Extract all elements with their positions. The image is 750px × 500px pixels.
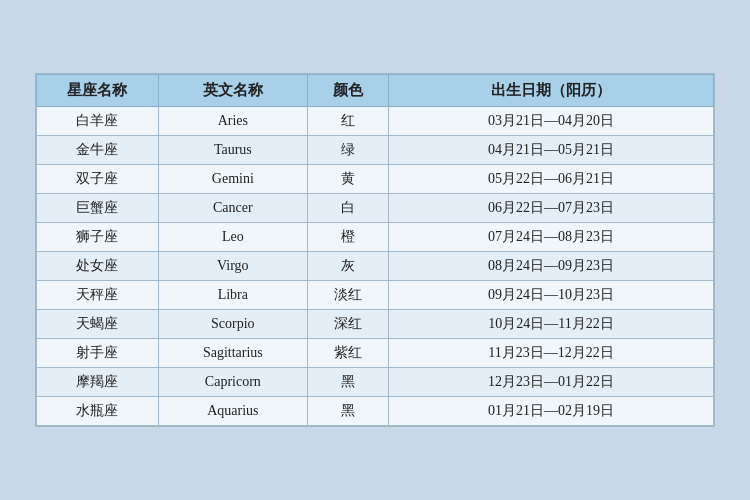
table-row: 天秤座Libra淡红09月24日—10月23日 (37, 281, 714, 310)
cell-color: 紫红 (307, 339, 388, 368)
cell-chinese: 狮子座 (37, 223, 159, 252)
cell-chinese: 白羊座 (37, 107, 159, 136)
cell-english: Aries (158, 107, 307, 136)
table-row: 金牛座Taurus绿04月21日—05月21日 (37, 136, 714, 165)
table-row: 射手座Sagittarius紫红11月23日—12月22日 (37, 339, 714, 368)
cell-date: 07月24日—08月23日 (389, 223, 714, 252)
cell-english: Libra (158, 281, 307, 310)
cell-color: 黑 (307, 397, 388, 426)
cell-color: 红 (307, 107, 388, 136)
table-row: 白羊座Aries红03月21日—04月20日 (37, 107, 714, 136)
cell-chinese: 处女座 (37, 252, 159, 281)
cell-chinese: 金牛座 (37, 136, 159, 165)
cell-english: Cancer (158, 194, 307, 223)
cell-date: 01月21日—02月19日 (389, 397, 714, 426)
cell-chinese: 水瓶座 (37, 397, 159, 426)
cell-chinese: 射手座 (37, 339, 159, 368)
cell-color: 灰 (307, 252, 388, 281)
cell-date: 09月24日—10月23日 (389, 281, 714, 310)
table-row: 天蝎座Scorpio深红10月24日—11月22日 (37, 310, 714, 339)
cell-english: Leo (158, 223, 307, 252)
cell-english: Capricorn (158, 368, 307, 397)
cell-chinese: 双子座 (37, 165, 159, 194)
cell-color: 黑 (307, 368, 388, 397)
cell-color: 白 (307, 194, 388, 223)
cell-date: 05月22日—06月21日 (389, 165, 714, 194)
cell-chinese: 天蝎座 (37, 310, 159, 339)
header-color: 颜色 (307, 75, 388, 107)
table-row: 处女座Virgo灰08月24日—09月23日 (37, 252, 714, 281)
cell-english: Scorpio (158, 310, 307, 339)
table-row: 水瓶座Aquarius黑01月21日—02月19日 (37, 397, 714, 426)
cell-date: 06月22日—07月23日 (389, 194, 714, 223)
zodiac-table: 星座名称 英文名称 颜色 出生日期（阳历） 白羊座Aries红03月21日—04… (36, 74, 714, 426)
cell-english: Sagittarius (158, 339, 307, 368)
cell-color: 黄 (307, 165, 388, 194)
cell-color: 淡红 (307, 281, 388, 310)
cell-color: 橙 (307, 223, 388, 252)
cell-color: 绿 (307, 136, 388, 165)
cell-date: 03月21日—04月20日 (389, 107, 714, 136)
header-date: 出生日期（阳历） (389, 75, 714, 107)
table-row: 摩羯座Capricorn黑12月23日—01月22日 (37, 368, 714, 397)
cell-english: Gemini (158, 165, 307, 194)
table-header-row: 星座名称 英文名称 颜色 出生日期（阳历） (37, 75, 714, 107)
table-row: 狮子座Leo橙07月24日—08月23日 (37, 223, 714, 252)
zodiac-table-container: 星座名称 英文名称 颜色 出生日期（阳历） 白羊座Aries红03月21日—04… (35, 73, 715, 427)
cell-chinese: 巨蟹座 (37, 194, 159, 223)
cell-english: Virgo (158, 252, 307, 281)
cell-english: Taurus (158, 136, 307, 165)
cell-date: 08月24日—09月23日 (389, 252, 714, 281)
table-row: 巨蟹座Cancer白06月22日—07月23日 (37, 194, 714, 223)
cell-chinese: 摩羯座 (37, 368, 159, 397)
cell-english: Aquarius (158, 397, 307, 426)
cell-date: 04月21日—05月21日 (389, 136, 714, 165)
table-row: 双子座Gemini黄05月22日—06月21日 (37, 165, 714, 194)
cell-date: 11月23日—12月22日 (389, 339, 714, 368)
cell-date: 10月24日—11月22日 (389, 310, 714, 339)
cell-chinese: 天秤座 (37, 281, 159, 310)
header-chinese: 星座名称 (37, 75, 159, 107)
cell-date: 12月23日—01月22日 (389, 368, 714, 397)
cell-color: 深红 (307, 310, 388, 339)
header-english: 英文名称 (158, 75, 307, 107)
